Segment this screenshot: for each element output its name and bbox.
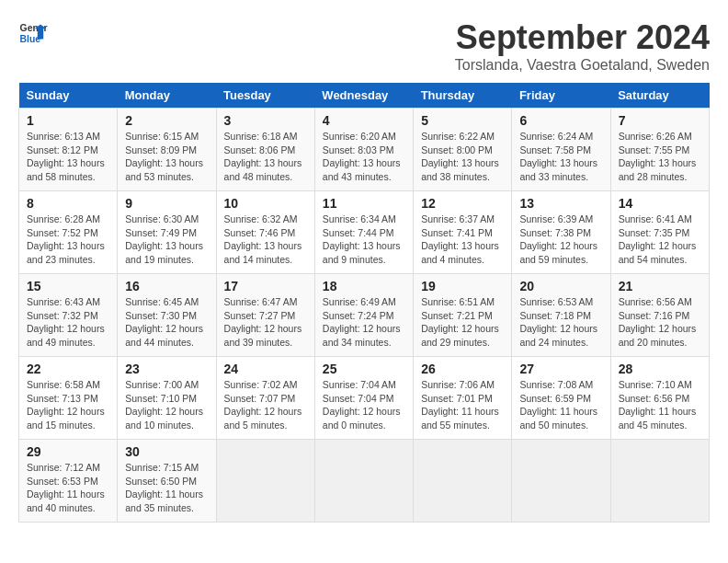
calendar-day-1: 1Sunrise: 6:13 AMSunset: 8:12 PMDaylight… bbox=[19, 109, 118, 191]
day-number: 5 bbox=[421, 113, 504, 128]
calendar-week-5: 29Sunrise: 7:12 AMSunset: 6:53 PMDayligh… bbox=[19, 440, 710, 523]
day-number: 7 bbox=[619, 113, 701, 128]
day-info: Sunrise: 7:15 AMSunset: 6:50 PMDaylight:… bbox=[125, 462, 203, 513]
day-info: Sunrise: 6:20 AMSunset: 8:03 PMDaylight:… bbox=[323, 131, 401, 182]
calendar-day-12: 12Sunrise: 6:37 AMSunset: 7:41 PMDayligh… bbox=[414, 191, 512, 274]
empty-day bbox=[512, 440, 610, 523]
day-number: 17 bbox=[224, 279, 307, 293]
day-number: 19 bbox=[421, 279, 504, 293]
day-info: Sunrise: 6:49 AMSunset: 7:24 PMDaylight:… bbox=[323, 296, 401, 348]
calendar-day-22: 22Sunrise: 6:58 AMSunset: 7:13 PMDayligh… bbox=[19, 357, 118, 440]
day-number: 22 bbox=[27, 362, 109, 376]
day-info: Sunrise: 7:12 AMSunset: 6:53 PMDaylight:… bbox=[27, 462, 105, 513]
day-info: Sunrise: 6:18 AMSunset: 8:06 PMDaylight:… bbox=[224, 131, 302, 182]
calendar-day-21: 21Sunrise: 6:56 AMSunset: 7:16 PMDayligh… bbox=[610, 274, 709, 357]
calendar-day-13: 13Sunrise: 6:39 AMSunset: 7:38 PMDayligh… bbox=[512, 191, 610, 274]
day-info: Sunrise: 6:58 AMSunset: 7:13 PMDaylight:… bbox=[27, 379, 105, 431]
day-number: 29 bbox=[27, 444, 109, 459]
col-header-saturday: Saturday bbox=[610, 83, 709, 109]
location-subtitle: Torslanda, Vaestra Goetaland, Sweden bbox=[455, 57, 710, 74]
day-number: 11 bbox=[323, 196, 405, 211]
day-info: Sunrise: 6:32 AMSunset: 7:46 PMDaylight:… bbox=[224, 213, 302, 265]
day-info: Sunrise: 6:45 AMSunset: 7:30 PMDaylight:… bbox=[125, 296, 203, 348]
calendar-day-29: 29Sunrise: 7:12 AMSunset: 6:53 PMDayligh… bbox=[19, 440, 118, 523]
day-info: Sunrise: 6:22 AMSunset: 8:00 PMDaylight:… bbox=[421, 131, 499, 182]
calendar-table: SundayMondayTuesdayWednesdayThursdayFrid… bbox=[18, 83, 710, 523]
empty-day bbox=[216, 440, 314, 523]
calendar-day-16: 16Sunrise: 6:45 AMSunset: 7:30 PMDayligh… bbox=[118, 274, 216, 357]
calendar-day-5: 5Sunrise: 6:22 AMSunset: 8:00 PMDaylight… bbox=[414, 109, 512, 191]
day-info: Sunrise: 7:08 AMSunset: 6:59 PMDaylight:… bbox=[519, 379, 597, 431]
day-info: Sunrise: 6:47 AMSunset: 7:27 PMDaylight:… bbox=[224, 296, 302, 348]
empty-day bbox=[314, 440, 413, 523]
calendar-day-9: 9Sunrise: 6:30 AMSunset: 7:49 PMDaylight… bbox=[118, 191, 216, 274]
calendar-day-25: 25Sunrise: 7:04 AMSunset: 7:04 PMDayligh… bbox=[314, 357, 413, 440]
calendar-week-4: 22Sunrise: 6:58 AMSunset: 7:13 PMDayligh… bbox=[19, 357, 710, 440]
day-info: Sunrise: 6:39 AMSunset: 7:38 PMDaylight:… bbox=[519, 213, 597, 265]
day-number: 8 bbox=[27, 196, 109, 211]
calendar-day-20: 20Sunrise: 6:53 AMSunset: 7:18 PMDayligh… bbox=[512, 274, 610, 357]
calendar-day-8: 8Sunrise: 6:28 AMSunset: 7:52 PMDaylight… bbox=[19, 191, 118, 274]
day-number: 21 bbox=[619, 279, 701, 293]
day-number: 28 bbox=[619, 362, 701, 376]
day-number: 1 bbox=[27, 113, 109, 128]
col-header-sunday: Sunday bbox=[19, 83, 118, 109]
calendar-day-4: 4Sunrise: 6:20 AMSunset: 8:03 PMDaylight… bbox=[314, 109, 413, 191]
day-info: Sunrise: 7:04 AMSunset: 7:04 PMDaylight:… bbox=[323, 379, 401, 431]
calendar-day-6: 6Sunrise: 6:24 AMSunset: 7:58 PMDaylight… bbox=[512, 109, 610, 191]
day-number: 13 bbox=[519, 196, 602, 211]
day-info: Sunrise: 7:00 AMSunset: 7:10 PMDaylight:… bbox=[125, 379, 203, 431]
calendar-day-3: 3Sunrise: 6:18 AMSunset: 8:06 PMDaylight… bbox=[216, 109, 314, 191]
day-number: 9 bbox=[125, 196, 208, 211]
calendar-day-23: 23Sunrise: 7:00 AMSunset: 7:10 PMDayligh… bbox=[118, 357, 216, 440]
day-number: 27 bbox=[519, 362, 602, 376]
calendar-day-7: 7Sunrise: 6:26 AMSunset: 7:55 PMDaylight… bbox=[610, 109, 709, 191]
day-info: Sunrise: 7:10 AMSunset: 6:56 PMDaylight:… bbox=[619, 379, 697, 431]
empty-day bbox=[610, 440, 709, 523]
day-number: 23 bbox=[125, 362, 208, 376]
day-info: Sunrise: 6:26 AMSunset: 7:55 PMDaylight:… bbox=[619, 131, 697, 182]
calendar-day-24: 24Sunrise: 7:02 AMSunset: 7:07 PMDayligh… bbox=[216, 357, 314, 440]
day-info: Sunrise: 7:06 AMSunset: 7:01 PMDaylight:… bbox=[421, 379, 499, 431]
calendar-day-14: 14Sunrise: 6:41 AMSunset: 7:35 PMDayligh… bbox=[610, 191, 709, 274]
day-info: Sunrise: 6:53 AMSunset: 7:18 PMDaylight:… bbox=[519, 296, 597, 348]
day-number: 6 bbox=[519, 113, 602, 128]
day-info: Sunrise: 6:30 AMSunset: 7:49 PMDaylight:… bbox=[125, 213, 203, 265]
calendar-week-2: 8Sunrise: 6:28 AMSunset: 7:52 PMDaylight… bbox=[19, 191, 710, 274]
day-info: Sunrise: 6:37 AMSunset: 7:41 PMDaylight:… bbox=[421, 213, 499, 265]
empty-day bbox=[414, 440, 512, 523]
day-number: 30 bbox=[125, 444, 208, 459]
calendar-week-3: 15Sunrise: 6:43 AMSunset: 7:32 PMDayligh… bbox=[19, 274, 710, 357]
day-number: 16 bbox=[125, 279, 208, 293]
day-info: Sunrise: 6:43 AMSunset: 7:32 PMDaylight:… bbox=[27, 296, 105, 348]
day-number: 3 bbox=[224, 113, 307, 128]
calendar-day-27: 27Sunrise: 7:08 AMSunset: 6:59 PMDayligh… bbox=[512, 357, 610, 440]
page-header: General Blue September 2024 Torslanda, V… bbox=[18, 18, 710, 74]
col-header-monday: Monday bbox=[118, 83, 216, 109]
calendar-week-1: 1Sunrise: 6:13 AMSunset: 8:12 PMDaylight… bbox=[19, 109, 710, 191]
calendar-day-11: 11Sunrise: 6:34 AMSunset: 7:44 PMDayligh… bbox=[314, 191, 413, 274]
day-info: Sunrise: 6:56 AMSunset: 7:16 PMDaylight:… bbox=[619, 296, 697, 348]
col-header-tuesday: Tuesday bbox=[216, 83, 314, 109]
calendar-day-10: 10Sunrise: 6:32 AMSunset: 7:46 PMDayligh… bbox=[216, 191, 314, 274]
calendar-header-row: SundayMondayTuesdayWednesdayThursdayFrid… bbox=[19, 83, 710, 109]
day-info: Sunrise: 6:15 AMSunset: 8:09 PMDaylight:… bbox=[125, 131, 203, 182]
day-number: 24 bbox=[224, 362, 307, 376]
day-number: 14 bbox=[619, 196, 701, 211]
day-number: 20 bbox=[519, 279, 602, 293]
day-number: 10 bbox=[224, 196, 307, 211]
logo: General Blue bbox=[18, 18, 48, 48]
col-header-friday: Friday bbox=[512, 83, 610, 109]
calendar-day-19: 19Sunrise: 6:51 AMSunset: 7:21 PMDayligh… bbox=[414, 274, 512, 357]
calendar-day-26: 26Sunrise: 7:06 AMSunset: 7:01 PMDayligh… bbox=[414, 357, 512, 440]
day-number: 25 bbox=[323, 362, 405, 376]
day-number: 12 bbox=[421, 196, 504, 211]
logo-icon: General Blue bbox=[18, 18, 48, 48]
month-year-title: September 2024 bbox=[455, 18, 710, 57]
calendar-day-2: 2Sunrise: 6:15 AMSunset: 8:09 PMDaylight… bbox=[118, 109, 216, 191]
day-number: 4 bbox=[323, 113, 405, 128]
calendar-day-18: 18Sunrise: 6:49 AMSunset: 7:24 PMDayligh… bbox=[314, 274, 413, 357]
day-info: Sunrise: 6:24 AMSunset: 7:58 PMDaylight:… bbox=[519, 131, 597, 182]
title-block: September 2024 Torslanda, Vaestra Goetal… bbox=[455, 18, 710, 74]
calendar-day-28: 28Sunrise: 7:10 AMSunset: 6:56 PMDayligh… bbox=[610, 357, 709, 440]
